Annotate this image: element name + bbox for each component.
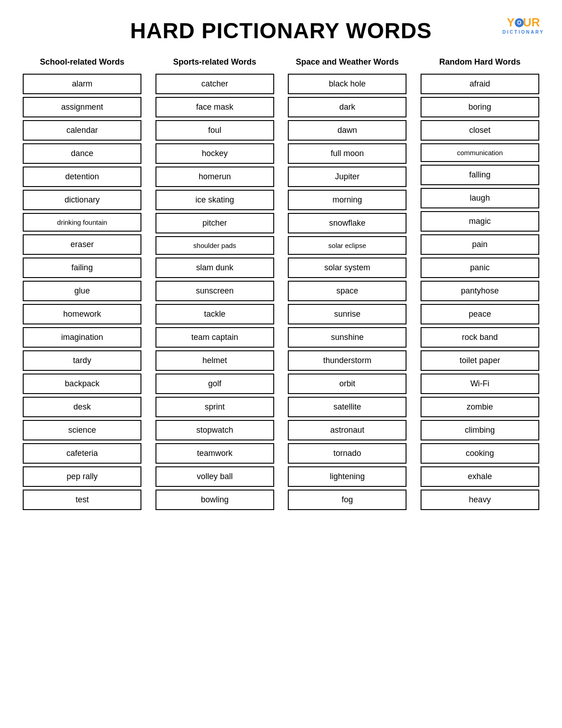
word-box-3-12: toilet paper [421, 350, 539, 371]
logo-circle-icon: O [515, 18, 524, 27]
word-box-3-6: magic [421, 211, 539, 232]
column-header-0: School-related Words [40, 57, 125, 67]
word-box-3-17: exhale [421, 466, 539, 487]
logo-ur: UR [523, 15, 540, 30]
word-box-1-18: bowling [156, 490, 274, 510]
word-box-2-4: Jupiter [288, 167, 406, 187]
word-box-2-6: snowflake [288, 213, 406, 233]
word-box-0-17: pep rally [23, 466, 141, 487]
word-box-0-10: homework [23, 304, 141, 324]
columns-wrapper: School-related Wordsalarmassignmentcalen… [18, 57, 544, 513]
word-box-3-0: afraid [421, 74, 539, 94]
word-box-0-0: alarm [23, 74, 141, 94]
word-box-0-9: glue [23, 281, 141, 301]
word-box-0-18: test [23, 490, 141, 510]
column-0: School-related Wordsalarmassignmentcalen… [23, 57, 141, 513]
word-box-3-1: boring [421, 97, 539, 117]
word-box-0-3: dance [23, 143, 141, 164]
column-header-2: Space and Weather Words [296, 57, 399, 67]
word-box-1-3: hockey [156, 143, 274, 164]
word-box-1-9: sunscreen [156, 281, 274, 301]
word-box-2-18: fog [288, 490, 406, 510]
word-box-0-6: drinking fountain [23, 213, 141, 232]
word-box-1-5: ice skating [156, 190, 274, 210]
column-1: Sports-related Wordscatcherface maskfoul… [156, 57, 274, 513]
word-box-1-8: slam dunk [156, 258, 274, 278]
word-box-2-13: orbit [288, 374, 406, 394]
word-box-0-15: science [23, 420, 141, 440]
word-box-3-7: pain [421, 234, 539, 255]
logo-dictionary: DICTIONARY [502, 30, 544, 35]
column-header-1: Sports-related Words [173, 57, 256, 67]
word-box-0-2: calendar [23, 120, 141, 141]
word-box-1-0: catcher [156, 74, 274, 94]
word-box-3-15: climbing [421, 420, 539, 440]
word-box-0-4: detention [23, 167, 141, 187]
logo-your: Y [507, 15, 515, 30]
word-box-1-17: volley ball [156, 466, 274, 487]
word-box-1-11: team captain [156, 327, 274, 348]
word-box-3-9: pantyhose [421, 281, 539, 301]
logo: Y O UR DICTIONARY [503, 9, 544, 41]
word-box-1-4: homerun [156, 167, 274, 187]
word-box-1-12: helmet [156, 350, 274, 371]
word-box-2-1: dark [288, 97, 406, 117]
word-box-2-17: lightening [288, 466, 406, 487]
word-box-3-8: panic [421, 258, 539, 278]
word-box-2-3: full moon [288, 143, 406, 164]
word-box-3-2: closet [421, 120, 539, 141]
word-box-3-10: peace [421, 304, 539, 324]
word-box-0-11: imagination [23, 327, 141, 348]
word-box-0-14: desk [23, 397, 141, 417]
word-box-0-8: failing [23, 258, 141, 278]
word-box-2-8: solar system [288, 258, 406, 278]
word-box-2-9: space [288, 281, 406, 301]
word-box-3-4: falling [421, 165, 539, 185]
word-box-0-1: assignment [23, 97, 141, 117]
word-box-3-18: heavy [421, 490, 539, 510]
word-box-0-12: tardy [23, 350, 141, 371]
word-box-2-0: black hole [288, 74, 406, 94]
word-box-1-16: teamwork [156, 443, 274, 464]
word-box-1-10: tackle [156, 304, 274, 324]
word-box-1-2: foul [156, 120, 274, 141]
word-box-3-14: zombie [421, 397, 539, 417]
word-box-3-11: rock band [421, 327, 539, 348]
column-2: Space and Weather Wordsblack holedarkdaw… [288, 57, 406, 513]
column-header-3: Random Hard Words [439, 57, 521, 67]
word-box-1-7: shoulder pads [156, 236, 274, 255]
word-box-3-3: communication [421, 143, 539, 162]
column-3: Random Hard Wordsafraidboringclosetcommu… [421, 57, 539, 513]
page-title: HARD PICTIONARY WORDS [18, 18, 544, 43]
word-box-2-2: dawn [288, 120, 406, 141]
word-box-3-16: cooking [421, 443, 539, 464]
word-box-2-16: tornado [288, 443, 406, 464]
word-box-3-5: laugh [421, 188, 539, 208]
word-box-2-15: astronaut [288, 420, 406, 440]
word-box-1-13: golf [156, 374, 274, 394]
word-box-2-11: sunshine [288, 327, 406, 348]
word-box-0-7: eraser [23, 234, 141, 255]
word-box-0-5: dictionary [23, 190, 141, 210]
word-box-3-13: Wi-Fi [421, 374, 539, 394]
word-box-1-14: sprint [156, 397, 274, 417]
word-box-2-12: thunderstorm [288, 350, 406, 371]
word-box-0-13: backpack [23, 374, 141, 394]
word-box-2-14: satellite [288, 397, 406, 417]
word-box-2-5: morning [288, 190, 406, 210]
word-box-1-15: stopwatch [156, 420, 274, 440]
word-box-2-10: sunrise [288, 304, 406, 324]
word-box-1-1: face mask [156, 97, 274, 117]
word-box-2-7: solar eclipse [288, 236, 406, 255]
word-box-0-16: cafeteria [23, 443, 141, 464]
word-box-1-6: pitcher [156, 213, 274, 233]
